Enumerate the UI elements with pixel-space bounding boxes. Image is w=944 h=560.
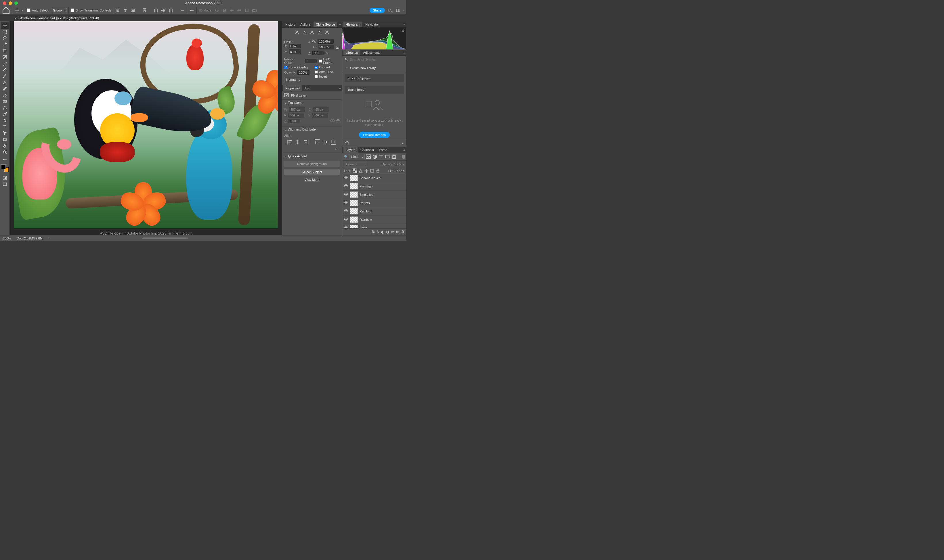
layer-opacity-value[interactable]: 100% [394,162,402,166]
align-left-edges-icon[interactable] [286,139,293,145]
panel-menu-icon[interactable]: ≡ [339,23,341,26]
show-overlay-checkbox[interactable]: Show Overlay [284,66,310,69]
tab-properties[interactable]: Properties [283,85,302,91]
remove-background-button[interactable]: Remove Background [284,161,340,167]
cloud-sync-icon[interactable] [345,141,349,145]
marquee-tool[interactable] [1,29,9,35]
distribute-center-icon[interactable] [160,8,166,13]
healing-brush-tool[interactable] [1,67,9,73]
more-options-icon[interactable]: ••• [335,147,339,151]
your-library-item[interactable]: Your Library [345,86,404,94]
canvas[interactable] [10,21,282,228]
overlay-blend-select[interactable]: Normal [284,77,302,82]
crop-tool[interactable] [1,48,9,54]
doc-size[interactable]: Doc: 2.31M/29.0M [17,237,43,240]
transform-h-input[interactable] [288,113,304,118]
panel-menu-icon[interactable]: ≡ [403,23,405,26]
tab-libraries[interactable]: Libraries [343,50,360,55]
link-icon[interactable]: ⛓ [336,46,339,49]
lock-frame-checkbox[interactable]: Lock Frame [319,57,340,65]
share-button[interactable]: Share [370,8,385,13]
filter-kind-select[interactable]: Kind [349,154,365,159]
magic-wand-tool[interactable] [1,42,9,48]
distribute-right-icon[interactable] [168,8,174,13]
panel-menu-icon[interactable]: ≡ [339,86,341,90]
clipped-checkbox[interactable]: Clipped [315,66,333,69]
align-section-header[interactable]: Align and Distribute [282,126,342,132]
chevron-down-icon[interactable]: ▾ [22,9,23,12]
gradient-tool[interactable] [1,98,9,105]
overlay-opacity-input[interactable] [297,70,310,75]
layer-row[interactable]: Banana leaves [342,174,407,182]
visibility-icon[interactable] [344,184,348,188]
zoom-tool[interactable] [1,149,9,155]
distribute-left-icon[interactable] [153,8,159,13]
fill-value[interactable]: 100% [394,169,402,172]
new-group-icon[interactable]: ▭ [391,230,394,234]
color-swatches[interactable] [1,165,9,172]
layer-row[interactable]: Single leaf [342,191,407,199]
tab-navigator[interactable]: Navigator [363,22,381,27]
layer-thumbnail[interactable] [350,191,358,198]
align-right-icon[interactable] [130,8,136,13]
layer-row[interactable]: Vines [342,224,407,228]
tab-channels[interactable]: Channels [358,147,376,153]
show-transform-checkbox[interactable]: Show Transform Controls [71,8,111,12]
lasso-tool[interactable] [1,35,9,42]
move-tool[interactable] [1,22,9,29]
history-brush-tool[interactable] [1,86,9,92]
close-tab-icon[interactable]: ✕ [14,17,17,20]
auto-select-checkbox[interactable]: Auto-Select: [27,8,49,12]
eraser-tool[interactable] [1,92,9,98]
align-vertical-centers-icon[interactable] [322,139,328,145]
status-chevron-icon[interactable]: › [48,237,49,240]
screen-mode-icon[interactable] [1,181,9,188]
edit-toolbar-icon[interactable] [1,156,9,163]
link-wh-icon[interactable]: ⟂ [308,40,310,43]
layer-thumbnail[interactable] [350,183,358,189]
delete-layer-icon[interactable]: 🗑 [401,230,405,234]
offset-y-input[interactable] [289,49,301,54]
tab-actions[interactable]: Actions [298,22,313,27]
blur-tool[interactable] [1,105,9,111]
align-top-icon[interactable] [142,8,147,13]
invert-checkbox[interactable]: Invert [315,75,333,78]
select-subject-button[interactable]: Select Subject [284,169,340,175]
clone-source-2-icon[interactable] [302,30,307,35]
lock-position-icon[interactable] [364,169,369,173]
clone-source-3-icon[interactable] [310,30,315,35]
auto-hide-checkbox[interactable]: Auto Hide [315,70,333,74]
tab-clone-source[interactable]: Clone Source [314,22,337,27]
filter-smart-icon[interactable] [391,154,396,159]
flip-horizontal-icon[interactable] [331,119,334,123]
transform-x-input[interactable] [313,107,329,112]
view-more-link[interactable]: View More [284,177,340,183]
layer-row[interactable]: Rainbow [342,215,407,224]
explore-libraries-button[interactable]: Explore libraries [359,132,390,138]
dodge-tool[interactable] [1,111,9,117]
move-tool-icon[interactable] [14,8,20,13]
transform-section-header[interactable]: Transform [282,100,342,106]
scale-w-input[interactable] [317,39,334,44]
close-window-button[interactable] [3,2,6,5]
visibility-icon[interactable] [344,192,348,197]
layer-row[interactable]: Flamingo [342,182,407,191]
blend-mode-select[interactable]: Normal [344,162,367,167]
transform-angle-input[interactable] [288,119,300,123]
home-button[interactable] [2,7,10,14]
align-bottom-edges-icon[interactable] [330,139,337,145]
histogram-warning-icon[interactable]: ⚠ [402,29,405,32]
pen-tool[interactable] [1,117,9,124]
add-library-icon[interactable]: ＋ [401,141,404,145]
clone-source-4-icon[interactable] [317,30,322,35]
layer-thumbnail[interactable] [350,208,358,214]
visibility-icon[interactable] [344,209,348,213]
visibility-icon[interactable] [344,176,348,180]
align-center-h-icon[interactable] [123,8,128,13]
tab-histogram[interactable]: Histogram [343,22,362,27]
chevron-down-icon[interactable]: ▾ [403,9,405,12]
layer-mask-icon[interactable]: ◐ [381,230,384,234]
filter-pixel-icon[interactable] [366,154,371,159]
frame-tool[interactable] [1,54,9,60]
flip-vertical-icon[interactable] [336,119,340,123]
